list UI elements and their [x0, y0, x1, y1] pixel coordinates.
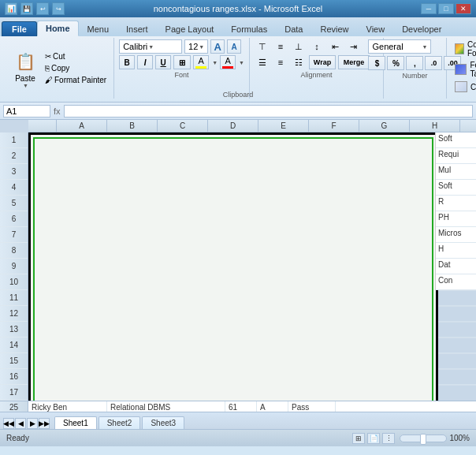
format-painter-button[interactable]: 🖌 Format Painter	[43, 75, 109, 85]
alignment-group: ⊤ ≡ ⊥ ↕ ⇤ ⇥ ☰ ≡ ☷ Wrap Merge ▼ Alignment	[250, 38, 384, 99]
conditional-formatting-button[interactable]: Conditional Formatting ▼	[452, 39, 476, 58]
row-24-score: 61	[225, 401, 257, 412]
align-top-button[interactable]: ⊤	[255, 39, 270, 54]
number-group: General ▼ $ % , .0 .00 Number	[384, 38, 447, 99]
paste-button[interactable]: 📋 Paste ▼	[8, 39, 43, 97]
alignment-controls: ⊤ ≡ ⊥ ↕ ⇤ ⇥ ☰ ≡ ☷ Wrap Merge ▼	[255, 39, 378, 69]
row-num-3: 3	[0, 164, 28, 180]
bottom-bar: ◀◀ ◀ ▶ ▶▶ Sheet1 Sheet2 Sheet3 Ready ⊞ 📄…	[0, 412, 476, 446]
font-size-box[interactable]: 12 ▼	[184, 39, 208, 54]
tab-review[interactable]: Review	[311, 21, 357, 36]
italic-button[interactable]: I	[137, 55, 153, 69]
tab-home[interactable]: Home	[37, 21, 79, 36]
indent-button[interactable]: ⇤	[327, 39, 343, 54]
align-row-2: ☰ ≡ ☷ Wrap Merge ▼	[255, 55, 378, 69]
sheet-tab-2[interactable]: Sheet2	[99, 416, 141, 429]
zoom-slider-thumb[interactable]	[420, 434, 426, 445]
number-format-box[interactable]: General ▼	[368, 39, 431, 54]
formula-input[interactable]	[64, 105, 473, 117]
window-title: noncontagious ranges.xlsx - Microsoft Ex…	[154, 4, 323, 13]
tab-page-layout[interactable]: Page Layout	[157, 21, 223, 36]
font-color-button[interactable]: A	[220, 55, 236, 69]
quick-access-redo[interactable]: ↪	[52, 2, 65, 15]
increase-decimal-button[interactable]: .0	[425, 56, 442, 70]
tab-file[interactable]: File	[2, 21, 37, 36]
format-painter-icon: 🖌	[45, 76, 53, 84]
row-numbers: 1 2 3 4 5 6 7 8 9 10 11 12 13 14 15 16 1…	[0, 132, 28, 401]
prev-sheet-button[interactable]: ◀	[15, 418, 26, 429]
tab-view[interactable]: View	[358, 21, 394, 36]
font-size-arrow: ▼	[199, 44, 204, 50]
copy-button[interactable]: ⎘ Copy	[43, 63, 109, 73]
maximize-button[interactable]: □	[438, 3, 454, 14]
row-num-15: 15	[0, 353, 28, 369]
name-box[interactable]	[3, 105, 50, 117]
row-num-4: 4	[0, 180, 28, 196]
row-num-12: 12	[0, 306, 28, 322]
next-sheet-button[interactable]: ▶	[27, 418, 38, 429]
underline-button[interactable]: U	[155, 55, 171, 69]
col-header-e: E	[258, 120, 309, 132]
row-num-7: 7	[0, 227, 28, 243]
wrap-text-button[interactable]: Wrap	[309, 55, 336, 69]
outdent-button[interactable]: ⇥	[345, 39, 361, 54]
copy-label: Copy	[51, 64, 69, 73]
format-as-table-button[interactable]: Format as Table ▼	[452, 60, 476, 79]
normal-view-button[interactable]: ⊞	[352, 433, 365, 444]
sheet-tab-1[interactable]: Sheet1	[54, 416, 97, 429]
fat-icon	[455, 64, 467, 75]
partial-cell-7: H	[436, 243, 476, 259]
alignment-group-label: Alignment	[300, 71, 332, 79]
close-button[interactable]: ✕	[456, 3, 471, 14]
col-header-g: G	[359, 120, 410, 132]
increase-font-button[interactable]: A	[210, 39, 225, 54]
border-button[interactable]: ⊞	[173, 55, 191, 69]
comma-button[interactable]: ,	[406, 56, 423, 70]
minimize-button[interactable]: ─	[421, 3, 437, 14]
zoom-slider[interactable]	[400, 434, 447, 442]
sheet-tabs: ◀◀ ◀ ▶ ▶▶ Sheet1 Sheet2 Sheet3	[0, 412, 476, 429]
partial-cell-6: Micros	[436, 227, 476, 243]
selection-inner	[33, 137, 433, 401]
row-num-10: 10	[0, 274, 28, 290]
sheet-tab-3[interactable]: Sheet3	[142, 416, 184, 429]
cells-area[interactable]: Soft Requi Mul Soft R PH Micros H Dat Co…	[28, 132, 476, 401]
tab-insert[interactable]: Insert	[117, 21, 157, 36]
row-num-9: 9	[0, 259, 28, 274]
decrease-font-button[interactable]: A	[227, 39, 241, 54]
currency-button[interactable]: $	[368, 56, 385, 70]
text-direction-button[interactable]: ↕	[309, 39, 325, 54]
align-middle-button[interactable]: ≡	[273, 39, 288, 54]
last-sheet-button[interactable]: ▶▶	[39, 418, 50, 429]
bold-button[interactable]: B	[119, 55, 135, 69]
page-break-button[interactable]: ⋮	[382, 433, 395, 444]
tab-menu[interactable]: Menu	[79, 21, 118, 36]
tab-data[interactable]: Data	[276, 21, 311, 36]
merge-center-button[interactable]: Merge	[338, 55, 370, 69]
cf-icon	[455, 43, 464, 54]
row-24-name: Ricky Ben	[28, 401, 107, 412]
first-sheet-button[interactable]: ◀◀	[3, 418, 14, 429]
align-bottom-button[interactable]: ⊥	[291, 39, 307, 54]
percent-button[interactable]: %	[387, 56, 404, 70]
tab-formulas[interactable]: Formulas	[222, 21, 276, 36]
partial-cell-9: Con	[436, 274, 476, 290]
quick-access-undo[interactable]: ↩	[36, 2, 49, 15]
align-center-button[interactable]: ≡	[273, 55, 288, 69]
font-name-box[interactable]: Calibri ▼	[119, 39, 182, 54]
tab-developer[interactable]: Developer	[393, 21, 450, 36]
page-layout-button[interactable]: 📄	[367, 433, 380, 444]
align-right-button[interactable]: ☷	[291, 55, 307, 69]
col-header-a: A	[57, 120, 107, 132]
col-header-b: B	[107, 120, 158, 132]
cut-button[interactable]: ✂ Cut	[43, 51, 109, 62]
column-headers: A B C D E F G H	[28, 120, 476, 132]
fill-icon: A	[198, 56, 203, 65]
align-left-button[interactable]: ☰	[255, 55, 270, 69]
fill-color-button[interactable]: A	[193, 55, 209, 69]
paste-icon: 📋	[13, 49, 38, 74]
font-controls: Calibri ▼ 12 ▼ A A B I U ⊞ A	[119, 39, 244, 69]
align-row-1: ⊤ ≡ ⊥ ↕ ⇤ ⇥	[255, 39, 378, 54]
quick-access-save[interactable]: 💾	[20, 2, 33, 15]
status-right: ⊞ 📄 ⋮ 100%	[352, 433, 470, 444]
